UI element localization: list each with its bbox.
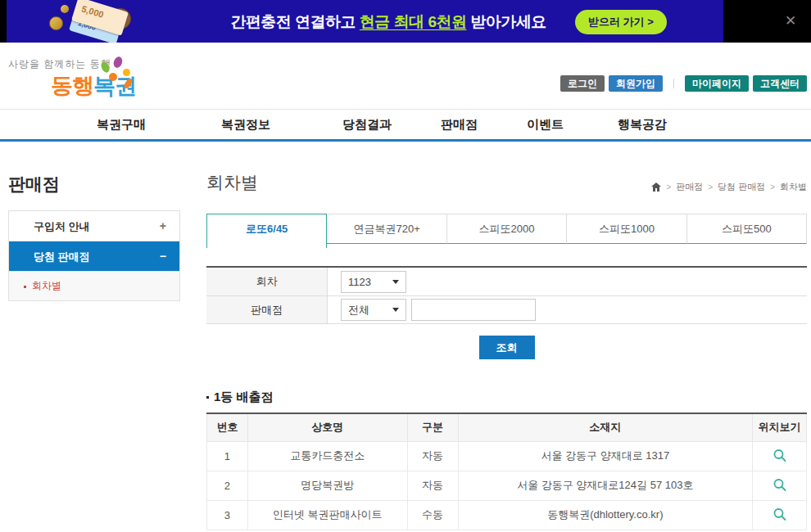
cell-store-name: 인터넷 복권판매사이트 — [247, 500, 407, 530]
table-header-row: 번호 상호명 구분 소재지 위치보기 — [207, 413, 807, 441]
cell-address: 동행복권(dhlottery.co.kr) — [458, 500, 753, 530]
breadcrumb-item[interactable]: 회차별 — [780, 181, 807, 193]
mypage-button[interactable]: 마이페이지 — [685, 75, 749, 92]
table-row: 2 명당복권방 자동 서울 강동구 양재대로124길 57 103호 — [207, 471, 807, 500]
sidebar-menu: 구입처 안내 + 당첨 판매점 − 회차별 — [8, 210, 180, 301]
nav-item-happiness[interactable]: 행복공감 — [618, 117, 667, 133]
promo-message-suffix: 받아가세요 — [470, 13, 546, 30]
sidebar-subitem-label: 회차별 — [32, 280, 61, 291]
nav-item-results[interactable]: 당첨결과 — [342, 117, 392, 133]
table-row: 3 인터넷 복권판매사이트 수동 동행복권(dhlottery.co.kr) — [207, 500, 807, 530]
login-button[interactable]: 로그인 — [560, 75, 605, 92]
cell-store-name: 명당복권방 — [247, 471, 407, 500]
section-title: 1등 배출점 — [206, 390, 274, 405]
form-row-store: 판매점 전체 — [206, 295, 807, 323]
round-select[interactable]: 1123 — [341, 271, 406, 293]
location-search-icon[interactable] — [772, 449, 787, 463]
sidebar-item-label: 구입처 안내 — [34, 220, 90, 232]
column-header-method: 구분 — [407, 413, 458, 441]
cell-method: 자동 — [407, 441, 458, 471]
logo-text-part1: 동행 — [51, 74, 93, 98]
sidebar-item-label: 당첨 판매점 — [34, 250, 90, 263]
cell-address: 서울 강동구 양재대로 1317 — [458, 441, 753, 471]
home-icon[interactable] — [651, 183, 661, 192]
site-header: 사랑을 함께하는 동행 동행복권 로그인 회원가입 마이페이지 고객센터 — [0, 43, 811, 109]
nav-item-info[interactable]: 복권정보 — [221, 117, 270, 133]
form-row-round: 회차 1123 — [206, 268, 807, 295]
column-header-address: 소재지 — [458, 413, 753, 441]
page: 1,000 5,000 간편충전 연결하고 현금 최대 6천원 받아가세요 받으… — [0, 0, 811, 532]
cell-method: 수동 — [407, 500, 458, 530]
column-header-no: 번호 — [207, 413, 248, 441]
submit-area: 조회 — [206, 336, 807, 359]
expand-icon[interactable]: + — [160, 211, 166, 241]
signup-button[interactable]: 회원가입 — [609, 75, 663, 92]
winning-stores-table: 번호 상호명 구분 소재지 위치보기 1 교통카드충전소 자동 서울 강동구 양… — [206, 413, 807, 530]
cell-view — [753, 500, 807, 530]
support-button[interactable]: 고객센터 — [753, 75, 807, 92]
column-header-name: 상호명 — [247, 413, 407, 441]
location-search-icon[interactable] — [772, 507, 787, 522]
promo-message: 간편충전 연결하고 현금 최대 6천원 받아가세요 — [203, 11, 573, 33]
breadcrumb-separator: > — [708, 183, 713, 192]
close-icon[interactable]: ✕ — [781, 11, 800, 31]
tab-speetto500[interactable]: 스피또500 — [687, 214, 807, 244]
tab-pension720[interactable]: 연금복권720+ — [327, 214, 446, 244]
breadcrumb: > 판매점 > 당첨 판매점 > 회차별 — [651, 181, 807, 193]
bullet-icon — [24, 286, 26, 288]
breadcrumb-item[interactable]: 당첨 판매점 — [718, 181, 765, 193]
nav-item-events[interactable]: 이벤트 — [527, 117, 564, 133]
tab-lotto645[interactable]: 로또6/45 — [206, 214, 327, 248]
promo-cta-button[interactable]: 받으러 가기 > — [575, 10, 667, 34]
tab-speetto2000[interactable]: 스피또2000 — [447, 214, 567, 244]
cell-no: 1 — [207, 441, 248, 471]
nav-item-buy[interactable]: 복권구매 — [97, 117, 146, 133]
search-submit-button[interactable]: 조회 — [479, 336, 535, 359]
table-row: 1 교통카드충전소 자동 서울 강동구 양재대로 1317 — [207, 441, 807, 471]
sidebar-title: 판매점 — [8, 173, 60, 196]
promo-banner: 1,000 5,000 간편충전 연결하고 현금 최대 6천원 받아가세요 받으… — [0, 0, 811, 43]
bullet-icon — [206, 396, 209, 399]
cell-method: 자동 — [407, 471, 458, 500]
product-tabs: 로또6/45 연금복권720+ 스피또2000 스피또1000 스피또500 — [206, 214, 807, 248]
store-name-input[interactable] — [411, 299, 536, 321]
round-label: 회차 — [206, 268, 328, 295]
logo-tagline: 사랑을 함께하는 동행 — [8, 57, 111, 71]
page-body: 판매점 구입처 안내 + 당첨 판매점 − 회차별 회차별 — [0, 142, 811, 532]
search-form: 회차 1123 판매점 전체 — [206, 266, 807, 324]
column-header-view: 위치보기 — [753, 413, 807, 441]
coin-icon — [49, 16, 63, 30]
breadcrumb-separator: > — [770, 183, 775, 192]
cell-view — [753, 471, 807, 500]
promo-message-prefix: 간편충전 연결하고 — [230, 13, 356, 30]
global-nav: 복권구매 복권정보 당첨결과 판매점 이벤트 행복공감 — [0, 109, 811, 142]
sidebar-subitem-by-round[interactable]: 회차별 — [9, 272, 179, 300]
section-title-label: 1등 배출점 — [214, 390, 274, 405]
nav-item-stores[interactable]: 판매점 — [441, 117, 478, 133]
promo-banner-background: 1,000 5,000 간편충전 연결하고 현금 최대 6천원 받아가세요 받으… — [7, 0, 723, 43]
round-select-value: 1123 — [348, 276, 371, 288]
breadcrumb-item[interactable]: 판매점 — [676, 181, 703, 193]
page-title: 회차별 — [206, 171, 258, 194]
chevron-down-icon — [392, 308, 399, 312]
location-search-icon[interactable] — [772, 478, 787, 493]
cell-no: 3 — [207, 500, 248, 530]
sidebar-item-purchase-guide[interactable]: 구입처 안내 + — [9, 211, 179, 241]
cell-store-name: 교통카드충전소 — [247, 441, 407, 471]
cell-address: 서울 강동구 양재대로124길 57 103호 — [458, 471, 753, 500]
tab-speetto1000[interactable]: 스피또1000 — [567, 214, 686, 244]
store-filter-value: 전체 — [348, 303, 369, 318]
store-label: 판매점 — [206, 296, 328, 323]
promo-message-highlight: 현금 최대 6천원 — [360, 13, 467, 30]
store-filter-select[interactable]: 전체 — [341, 299, 406, 321]
sidebar-item-winning-stores[interactable]: 당첨 판매점 − — [9, 241, 179, 272]
coin-icon — [61, 5, 69, 13]
cell-no: 2 — [207, 471, 248, 500]
cell-view — [753, 441, 807, 471]
header-divider — [673, 79, 674, 88]
chevron-down-icon — [392, 280, 399, 284]
collapse-icon[interactable]: − — [160, 241, 166, 272]
logo-mark-icon — [100, 56, 139, 93]
breadcrumb-separator: > — [666, 183, 671, 192]
header-utility-buttons: 로그인 회원가입 마이페이지 고객센터 — [556, 75, 807, 92]
